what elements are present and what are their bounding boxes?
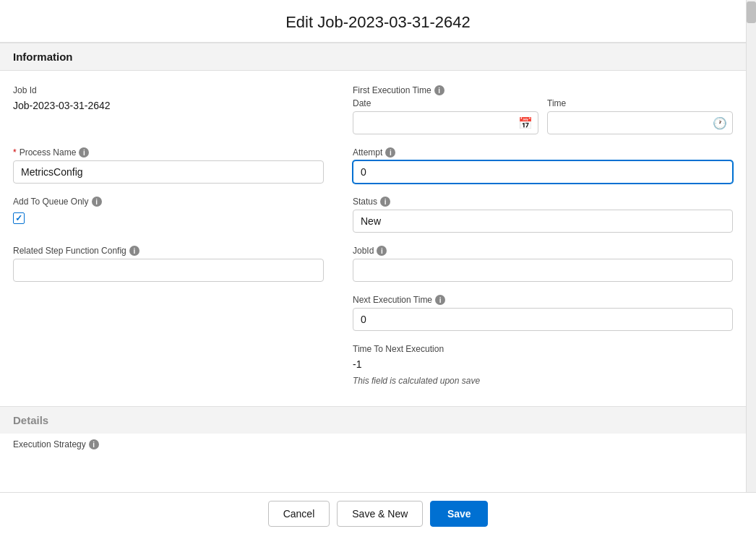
cancel-button[interactable]: Cancel [268, 501, 330, 527]
date-input-wrapper: 📅 [353, 111, 538, 134]
calendar-icon: 📅 [518, 116, 533, 130]
related-step-function-label: Related Step Function Config i [13, 246, 324, 256]
execution-strategy-info-icon: i [89, 439, 99, 449]
checkmark-icon: ✓ [15, 213, 22, 223]
add-to-queue-checkbox[interactable]: ✓ [13, 212, 25, 224]
time-to-next-execution-label: Time To Next Execution [353, 344, 733, 354]
status-label: Status i [353, 197, 733, 207]
job-id-label: Job Id [13, 85, 324, 95]
calc-note: This field is calculated upon save [353, 376, 733, 386]
form-row-2: * Process Name i Attempt i [13, 147, 733, 184]
checkbox-container: ✓ [13, 212, 324, 224]
jobid-right-input[interactable] [353, 259, 733, 282]
time-to-next-execution-group: Time To Next Execution -1 This field is … [353, 344, 733, 386]
time-input[interactable] [547, 111, 733, 134]
main-content: Information Job Id Job-2023-03-31-2642 F… [0, 43, 756, 534]
form-row-1: Job Id Job-2023-03-31-2642 First Executi… [13, 85, 733, 134]
next-execution-time-group: Next Execution Time i [353, 295, 733, 331]
first-execution-time-label: First Execution Time i [353, 85, 733, 95]
attempt-group: Attempt i [353, 147, 733, 184]
section-details-header: Details [0, 406, 746, 434]
save-new-button[interactable]: Save & New [337, 501, 423, 527]
process-name-group: * Process Name i [13, 147, 324, 184]
process-name-input[interactable] [13, 160, 324, 184]
first-execution-time-group: First Execution Time i Date 📅 Time [353, 85, 733, 134]
scrollbar-thumb[interactable] [747, 1, 756, 23]
section-information-header: Information [0, 43, 746, 71]
next-execution-time-info-icon: i [435, 295, 445, 305]
date-label: Date [353, 98, 538, 108]
status-group: Status i New [353, 197, 733, 233]
add-to-queue-label: Add To Queue Only i [13, 197, 324, 207]
next-execution-time-label: Next Execution Time i [353, 295, 733, 305]
related-step-function-info-icon: i [129, 246, 139, 256]
required-mark: * [13, 147, 17, 158]
footer: Cancel Save & New Save [0, 492, 756, 534]
form-row-3: Add To Queue Only i ✓ Status i [13, 197, 733, 233]
related-step-function-group: Related Step Function Config i [13, 246, 324, 282]
clock-icon: 🕐 [713, 116, 727, 130]
add-to-queue-group: Add To Queue Only i ✓ [13, 197, 324, 233]
jobid-right-group: JobId i [353, 246, 733, 282]
process-name-label: * Process Name i [13, 147, 324, 158]
date-time-row: Date 📅 Time 🕐 [353, 98, 733, 134]
form-row-4: Related Step Function Config i JobId i [13, 246, 733, 282]
time-input-wrapper: 🕐 [547, 111, 733, 134]
save-button[interactable]: Save [430, 501, 488, 527]
attempt-input[interactable] [353, 160, 733, 184]
time-group: Time 🕐 [547, 98, 733, 134]
status-display: New [353, 210, 733, 233]
status-info-icon: i [380, 197, 390, 207]
process-name-info-icon: i [79, 147, 89, 158]
empty-left-2 [13, 344, 324, 386]
form-row-5: Next Execution Time i [13, 295, 733, 331]
form-row-6: Time To Next Execution -1 This field is … [13, 344, 733, 386]
time-to-next-execution-value: -1 [353, 357, 733, 371]
jobid-right-info-icon: i [377, 246, 387, 256]
form-area: Job Id Job-2023-03-31-2642 First Executi… [0, 71, 746, 406]
attempt-label: Attempt i [353, 147, 733, 158]
attempt-info-icon: i [385, 147, 395, 158]
job-id-group: Job Id Job-2023-03-31-2642 [13, 85, 324, 134]
date-input[interactable] [353, 111, 538, 134]
next-execution-time-input[interactable] [353, 308, 733, 331]
jobid-right-label: JobId i [353, 246, 733, 256]
page-container: Edit Job-2023-03-31-2642 Information Job… [0, 0, 756, 534]
job-id-value: Job-2023-03-31-2642 [13, 98, 324, 113]
date-group: Date 📅 [353, 98, 538, 134]
page-title: Edit Job-2023-03-31-2642 [0, 0, 756, 43]
execution-strategy-label: Execution Strategy i [0, 434, 746, 452]
time-label: Time [547, 98, 733, 108]
related-step-function-input[interactable] [13, 259, 324, 282]
scrollbar[interactable] [746, 0, 756, 534]
empty-left [13, 295, 324, 331]
add-to-queue-info-icon: i [92, 197, 102, 207]
first-execution-time-info-icon: i [434, 85, 444, 95]
